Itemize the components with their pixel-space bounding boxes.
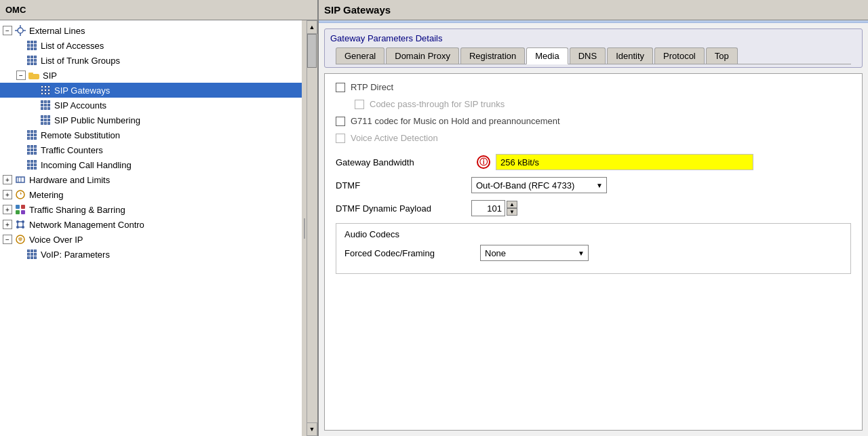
vad-checkbox[interactable] xyxy=(336,134,345,143)
dtmf-label: DTMF xyxy=(336,180,471,191)
spinner-buttons: ▲ ▼ xyxy=(507,201,517,216)
dtmf-payload-label: DTMF Dynamic Payload xyxy=(336,203,471,214)
expand-external-lines[interactable]: − xyxy=(3,26,12,35)
g711-checkbox[interactable] xyxy=(336,117,345,126)
network-mgmt-label: Network Management Contro xyxy=(29,220,144,230)
sidebar-item-voip-parameters[interactable]: VoIP: Parameters xyxy=(0,247,317,262)
incoming-call-label: Incoming Call Handling xyxy=(41,160,132,170)
g711-label: G711 codec for Music on Hold and preanno… xyxy=(351,116,560,126)
expand-voip[interactable]: − xyxy=(3,235,12,244)
svg-point-17 xyxy=(16,226,19,229)
expand-network-mgmt[interactable]: + xyxy=(3,220,12,229)
tab-domain-proxy[interactable]: Domain Proxy xyxy=(386,47,459,64)
metering-label: Metering xyxy=(29,190,64,200)
tab-bar: General Domain Proxy Registration Media … xyxy=(336,47,851,64)
spinner-down-btn[interactable]: ▼ xyxy=(507,208,517,216)
traffic-counters-label: Traffic Counters xyxy=(41,145,103,155)
right-panel-title: SIP Gateways xyxy=(319,0,868,20)
scroll-thumb[interactable] xyxy=(307,34,317,68)
dtmf-payload-field: ▲ ▼ xyxy=(471,200,517,216)
nav-tree: − External Lines List of Accesses xyxy=(0,20,317,264)
panel-resize-handle[interactable] xyxy=(302,20,307,436)
sidebar-item-list-trunk-groups[interactable]: List of Trunk Groups xyxy=(0,53,317,68)
dtmf-payload-input[interactable] xyxy=(471,200,505,216)
expand-hardware[interactable]: + xyxy=(3,175,12,184)
external-lines-icon xyxy=(14,24,26,37)
svg-rect-10 xyxy=(16,205,20,209)
sidebar-item-voice-over-ip[interactable]: − Voice Over IP xyxy=(0,232,317,247)
sidebar-item-external-lines[interactable]: − External Lines xyxy=(0,23,317,38)
expand-sip[interactable]: − xyxy=(16,71,26,80)
expand-traffic-sharing[interactable]: + xyxy=(3,205,12,214)
tab-general[interactable]: General xyxy=(336,47,384,64)
tree-panel: − External Lines List of Accesses xyxy=(0,20,319,436)
sidebar-item-sip-gateways[interactable]: SIP Gateways xyxy=(0,83,317,98)
scroll-down-btn[interactable]: ▼ xyxy=(307,422,317,436)
sip-public-numbering-label: SIP Public Numbering xyxy=(54,115,140,125)
svg-point-16 xyxy=(22,220,24,223)
rtp-direct-label: RTP Direct xyxy=(351,82,393,92)
bandwidth-warning-icon: ⓘ xyxy=(477,155,490,169)
sidebar-item-metering[interactable]: + Metering xyxy=(0,187,317,202)
tab-protocol[interactable]: Protocol xyxy=(654,47,705,64)
remote-substitution-icon xyxy=(26,129,38,141)
sidebar-item-sip-accounts[interactable]: SIP Accounts xyxy=(0,98,317,113)
tab-media[interactable]: Media xyxy=(526,47,568,64)
audio-codecs-title: Audio Codecs xyxy=(344,229,842,239)
svg-rect-5 xyxy=(16,177,24,182)
audio-codecs-section: Audio Codecs Forced Codec/Framing None G… xyxy=(336,223,851,274)
gateway-params-title: Gateway Parameters Details xyxy=(330,33,856,43)
svg-rect-13 xyxy=(21,210,25,214)
sip-folder-icon xyxy=(28,69,40,81)
gateway-params-box: Gateway Parameters Details General Domai… xyxy=(324,28,863,68)
rtp-direct-row: RTP Direct xyxy=(336,82,851,92)
scroll-up-btn[interactable]: ▲ xyxy=(307,20,317,34)
dtmf-select[interactable]: Out-Of-Band (RFC 4733) In-Band RFC 2833 xyxy=(471,177,607,193)
gateway-bandwidth-label: Gateway Bandwidth xyxy=(336,157,471,167)
list-accesses-icon xyxy=(26,39,38,52)
spinner-up-btn[interactable]: ▲ xyxy=(507,201,517,208)
media-tab-content: RTP Direct Codec pass-through for SIP tr… xyxy=(324,73,863,431)
sip-public-numbering-icon xyxy=(39,114,52,126)
sip-label: SIP xyxy=(43,71,57,81)
external-lines-label: External Lines xyxy=(29,26,85,36)
list-trunk-icon xyxy=(26,54,38,66)
voip-icon xyxy=(14,233,26,245)
remote-substitution-label: Remote Substitution xyxy=(41,130,120,140)
codec-passthrough-checkbox[interactable] xyxy=(355,100,364,109)
sip-accounts-label: SIP Accounts xyxy=(54,100,106,111)
sip-accounts-icon xyxy=(39,99,52,111)
sidebar-item-traffic-sharing[interactable]: + Traffic Sharing & Barring xyxy=(0,202,317,217)
forced-codec-label: Forced Codec/Framing xyxy=(344,248,480,258)
gateway-bandwidth-input[interactable] xyxy=(496,154,753,170)
sidebar-item-remote-substitution[interactable]: Remote Substitution xyxy=(0,127,317,142)
sidebar-item-incoming-call-handling[interactable]: Incoming Call Handling xyxy=(0,157,317,172)
svg-point-18 xyxy=(22,226,24,229)
traffic-sharing-label: Traffic Sharing & Barring xyxy=(29,205,125,215)
traffic-sharing-icon xyxy=(14,203,26,216)
sidebar-item-list-of-accesses[interactable]: List of Accesses xyxy=(0,38,317,53)
svg-rect-11 xyxy=(21,205,25,209)
forced-codec-field: None G711A G711U G729 ▼ xyxy=(480,245,589,261)
network-mgmt-icon xyxy=(14,218,26,231)
svg-point-0 xyxy=(18,28,23,33)
vad-label: Voice Active Detection xyxy=(351,133,438,143)
tab-registration[interactable]: Registration xyxy=(460,47,525,64)
sidebar-item-sip[interactable]: − SIP xyxy=(0,68,317,83)
sidebar-item-sip-public-numbering[interactable]: SIP Public Numbering xyxy=(0,113,317,127)
sidebar-item-traffic-counters[interactable]: Traffic Counters xyxy=(0,142,317,157)
list-trunk-label: List of Trunk Groups xyxy=(41,56,120,66)
sip-gateways-label: SIP Gateways xyxy=(54,85,110,96)
forced-codec-select[interactable]: None G711A G711U G729 xyxy=(480,245,589,261)
expand-metering[interactable]: + xyxy=(3,190,12,199)
rtp-direct-checkbox[interactable] xyxy=(336,83,345,92)
gateway-bandwidth-row: Gateway Bandwidth ⓘ xyxy=(336,154,851,170)
voip-params-icon xyxy=(26,248,38,260)
sidebar-item-hardware[interactable]: + Hardware and Limits xyxy=(0,172,317,187)
tab-dns[interactable]: DNS xyxy=(570,47,606,64)
sidebar-item-network-mgmt[interactable]: + Network Management Contro xyxy=(0,217,317,232)
voip-label: Voice Over IP xyxy=(29,235,83,245)
svg-rect-12 xyxy=(16,210,20,214)
tab-identity[interactable]: Identity xyxy=(607,47,653,64)
tab-top[interactable]: Top xyxy=(706,47,738,64)
